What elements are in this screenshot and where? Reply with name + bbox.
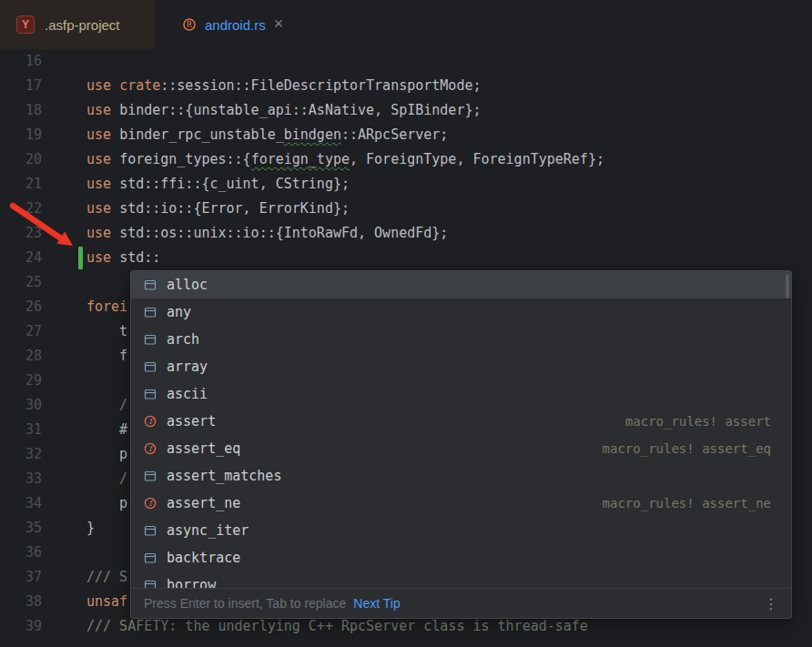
completion-item-any[interactable]: any [131, 298, 791, 326]
code-text: unsaf [86, 590, 127, 614]
module-icon [143, 469, 157, 483]
completion-popup: allocanyarcharrayasciifassertmacro_rules… [130, 270, 792, 619]
code-text: use binder::{unstable_api::AsNative, SpI… [86, 98, 481, 123]
line-number: 21 [0, 172, 42, 197]
code-text: f [86, 344, 127, 369]
completion-footer: Press Enter to insert, Tab to replace Ne… [131, 588, 791, 618]
completion-item-assert_ne[interactable]: fassert_nemacro_rules! assert_ne [131, 490, 791, 517]
code-line-17: 17use crate::session::FileDescriptorTran… [0, 74, 812, 98]
line-number: 19 [0, 123, 42, 147]
line-number: 26 [0, 295, 42, 319]
completion-hint-text: macro_rules! assert_ne [603, 496, 771, 511]
line-number: 16 [0, 49, 42, 74]
completion-label: assert_ne [167, 495, 240, 511]
next-tip-link[interactable]: Next Tip [353, 596, 400, 611]
line-number: 28 [0, 344, 42, 369]
completion-item-assert[interactable]: fassertmacro_rules! assert [131, 408, 791, 435]
code-text: / [86, 393, 127, 418]
line-number: 27 [0, 319, 42, 344]
module-icon [143, 305, 157, 319]
project-tab-label: .asfp-project [45, 17, 120, 33]
project-tab[interactable]: Y .asfp-project [0, 0, 155, 49]
line-number: 20 [0, 147, 42, 172]
macro-icon: f [143, 414, 157, 429]
module-icon [143, 578, 157, 588]
close-tab-icon[interactable]: × [274, 15, 284, 34]
code-line-16: 16 [0, 49, 812, 74]
vcs-change-marker [78, 247, 83, 269]
code-line-23: 23use std::os::unix::io::{IntoRawFd, Own… [0, 221, 812, 246]
completion-item-arch[interactable]: arch [131, 326, 791, 353]
line-number: 23 [0, 221, 42, 246]
code-line-22: 22use std::io::{Error, ErrorKind}; [0, 197, 812, 221]
completion-label: backtrace [167, 550, 240, 566]
line-number: 32 [0, 442, 42, 467]
code-text: } [86, 516, 95, 541]
code-editor[interactable]: 1617use crate::session::FileDescriptorTr… [0, 49, 812, 647]
line-number: 34 [0, 491, 42, 516]
line-number: 24 [0, 246, 42, 270]
module-icon [143, 523, 157, 538]
macro-icon: f [143, 496, 157, 511]
completion-item-ascii[interactable]: ascii [131, 380, 791, 408]
line-number: 17 [0, 74, 42, 98]
line-number: 39 [0, 614, 42, 639]
line-number: 29 [0, 369, 42, 393]
code-text: use std::os::unix::io::{IntoRawFd, Owned… [86, 221, 448, 246]
more-options-icon[interactable]: ⋮ [764, 595, 778, 612]
file-tab-label: android.rs [205, 17, 266, 33]
completion-list: allocanyarcharrayasciifassertmacro_rules… [131, 271, 791, 588]
module-icon [143, 359, 157, 374]
code-text: /// S [86, 565, 127, 590]
line-number: 36 [0, 541, 42, 565]
line-number: 33 [0, 467, 42, 491]
completion-label: assert_matches [167, 468, 281, 484]
macro-icon: f [143, 441, 157, 456]
tab-android-rs[interactable]: R android.rs × [167, 0, 298, 49]
svg-text:R: R [187, 20, 192, 29]
completion-item-assert_matches[interactable]: assert_matches [131, 462, 791, 490]
line-number: 18 [0, 98, 42, 123]
completion-item-async_iter[interactable]: async_iter [131, 517, 791, 544]
module-icon [143, 332, 157, 347]
code-text: p [86, 491, 127, 516]
line-number: 37 [0, 565, 42, 590]
completion-label: array [167, 359, 208, 375]
line-number: 30 [0, 393, 42, 418]
code-text: p [86, 442, 127, 467]
popup-scrollbar[interactable] [786, 274, 789, 298]
completion-item-alloc[interactable]: alloc [131, 271, 791, 298]
code-text: forei [86, 295, 127, 319]
code-line-20: 20use foreign_types::{foreign_type, Fore… [0, 147, 812, 172]
code-text: use std::ffi::{c_uint, CString}; [86, 172, 350, 197]
completion-hint-text: macro_rules! assert [625, 414, 771, 429]
completion-label: borrow [167, 577, 216, 588]
completion-label: arch [167, 331, 199, 348]
code-text: t [86, 319, 127, 344]
code-text: use std:: [86, 246, 160, 270]
code-line-18: 18use binder::{unstable_api::AsNative, S… [0, 98, 812, 123]
completion-footer-hint: Press Enter to insert, Tab to replace [144, 596, 346, 611]
completion-item-assert_eq[interactable]: fassert_eqmacro_rules! assert_eq [131, 435, 791, 462]
completion-item-backtrace[interactable]: backtrace [131, 544, 791, 571]
completion-hint-text: macro_rules! assert_eq [603, 441, 771, 456]
module-icon [143, 551, 157, 565]
line-number: 22 [0, 197, 42, 221]
code-text: use std::io::{Error, ErrorKind}; [86, 197, 350, 221]
code-line-21: 21use std::ffi::{c_uint, CString}; [0, 172, 812, 197]
completion-item-borrow[interactable]: borrow [131, 571, 791, 588]
completion-item-array[interactable]: array [131, 353, 791, 380]
line-number: 38 [0, 590, 42, 614]
code-text: use binder_rpc_unstable_bindgen::ARpcSer… [86, 123, 448, 147]
code-text: / [86, 467, 127, 491]
module-icon [143, 387, 157, 401]
completion-label: async_iter [167, 522, 249, 539]
rust-file-icon: R [182, 17, 197, 32]
completion-label: assert_eq [167, 440, 240, 457]
completion-label: any [167, 304, 191, 320]
completion-label: alloc [167, 277, 208, 293]
tab-bar: Y .asfp-project R android.rs × [0, 0, 812, 49]
code-text: use foreign_types::{foreign_type, Foreig… [86, 147, 604, 172]
code-text: # [86, 418, 127, 442]
line-number: 35 [0, 516, 42, 541]
